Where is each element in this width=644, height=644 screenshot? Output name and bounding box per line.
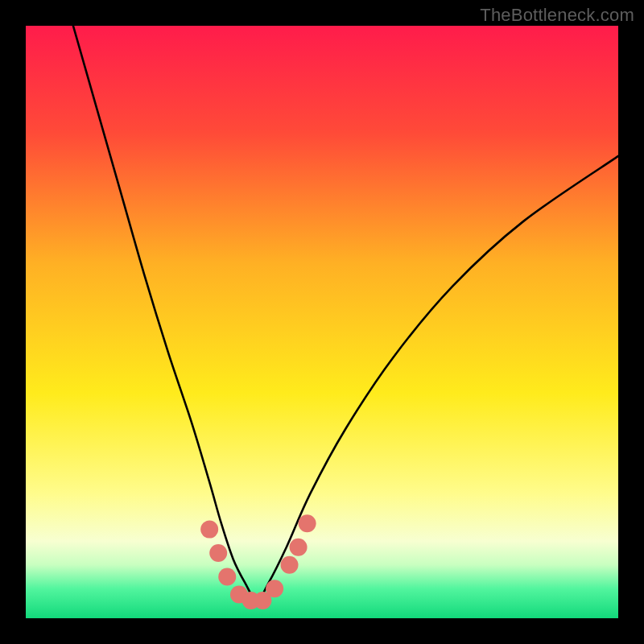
watermark-text: TheBottleneck.com [480, 5, 634, 26]
marker-dot [299, 514, 316, 532]
marker-dot [200, 521, 218, 539]
chart-background-gradient [26, 26, 618, 618]
marker-dot [209, 544, 227, 562]
bottleneck-chart [26, 26, 618, 618]
marker-dot [266, 580, 283, 597]
marker-dot [218, 568, 236, 585]
chart-frame: TheBottleneck.com [0, 0, 644, 644]
marker-dot [281, 556, 299, 574]
marker-dot [290, 539, 308, 556]
